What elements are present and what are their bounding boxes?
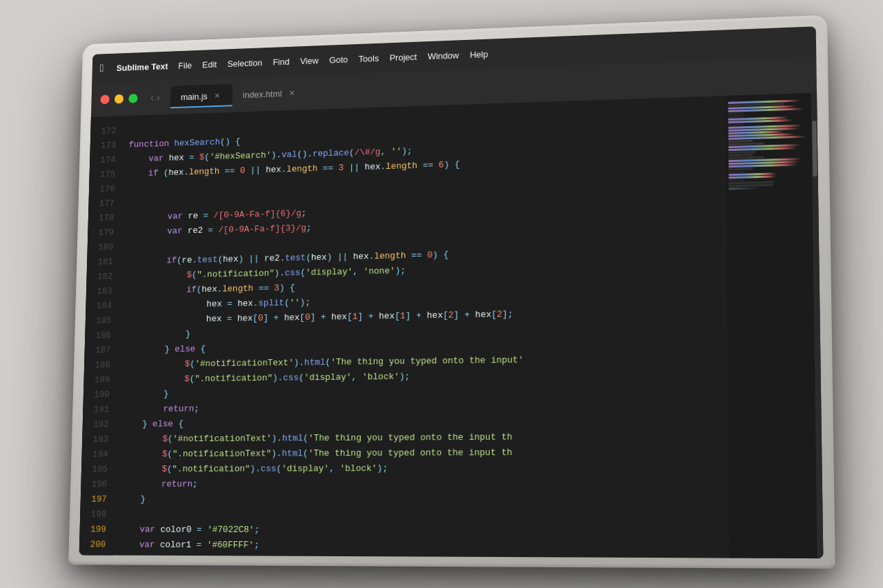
menu-goto[interactable]: Goto [329, 54, 348, 64]
menu-find[interactable]: Find [272, 56, 289, 66]
line-num-189: 189 [95, 372, 110, 387]
line-num-174: 174 [100, 152, 115, 168]
line-num-175: 175 [100, 167, 115, 182]
screen:  Sublime Text File Edit Selection Find … [79, 26, 824, 558]
code-line-197: } [119, 491, 728, 507]
menu-project[interactable]: Project [390, 51, 417, 62]
close-button[interactable] [100, 94, 109, 104]
line-num-193: 193 [93, 432, 109, 447]
menu-view[interactable]: View [300, 55, 319, 65]
menu-edit[interactable]: Edit [202, 59, 217, 69]
menu-app-name[interactable]: Sublime Text [117, 61, 168, 72]
code-line-200: var color1 = '#60FFFF'; [119, 537, 729, 555]
tab-close-main-js[interactable]: ✕ [212, 90, 222, 100]
line-num-182: 182 [97, 269, 113, 284]
line-num-183: 183 [97, 284, 112, 299]
back-arrow[interactable]: ‹ [150, 92, 154, 103]
tab-index-html[interactable]: index.html ✕ [232, 81, 307, 105]
apple-icon[interactable]:  [100, 62, 104, 74]
forward-arrow[interactable]: › [157, 91, 160, 103]
menu-window[interactable]: Window [428, 50, 459, 61]
tab-main-js[interactable]: main.js ✕ [170, 83, 233, 108]
line-num-181: 181 [97, 254, 112, 270]
editor: 172 173 174 175 176 177 178 179 180 181 … [79, 92, 824, 558]
line-num-197: 197 [91, 491, 107, 507]
line-num-198: 198 [91, 507, 107, 522]
line-num-180: 180 [98, 240, 113, 255]
tab-label-index-html: index.html [243, 88, 282, 99]
line-num-186: 186 [96, 328, 112, 343]
line-num-185: 185 [96, 313, 112, 328]
line-num-187: 187 [95, 343, 111, 358]
code-line-195: $(".notification").css('display', 'block… [121, 460, 728, 477]
scrollbar-thumb[interactable] [812, 120, 817, 176]
line-num-172: 172 [101, 123, 116, 139]
tab-close-index-html[interactable]: ✕ [287, 88, 297, 97]
laptop-body:  Sublime Text File Edit Selection Find … [68, 14, 835, 568]
line-num-191: 191 [94, 402, 110, 417]
nav-arrows: ‹ › [150, 91, 160, 103]
line-num-173: 173 [101, 138, 116, 153]
code-line-194: $(".notificationText").html('The thing y… [121, 444, 728, 462]
menu-tools[interactable]: Tools [359, 52, 379, 63]
line-num-192: 192 [93, 417, 109, 432]
maximize-button[interactable] [128, 94, 137, 103]
line-num-199: 199 [90, 522, 106, 537]
traffic-lights [100, 94, 137, 104]
code-area[interactable]: function hexSearch() { var hex = $('#hex… [113, 95, 729, 557]
menu-help[interactable]: Help [470, 48, 488, 59]
line-num-190: 190 [94, 387, 110, 403]
line-num-179: 179 [99, 225, 114, 241]
line-num-201: 201 [90, 552, 106, 558]
tabs-container: main.js ✕ index.html ✕ [170, 81, 308, 108]
line-num-178: 178 [99, 210, 114, 225]
code-line-198 [119, 507, 728, 523]
line-num-184: 184 [97, 298, 112, 314]
line-num-195: 195 [92, 462, 108, 477]
minimize-button[interactable] [115, 94, 123, 103]
line-num-194: 194 [92, 447, 108, 462]
tab-label-main-js: main.js [181, 90, 208, 101]
menu-selection[interactable]: Selection [227, 57, 262, 68]
menu-file[interactable]: File [178, 60, 192, 70]
line-num-176: 176 [99, 181, 115, 196]
code-line-196: return; [120, 476, 728, 492]
line-num-200: 200 [90, 537, 106, 552]
line-num-188: 188 [95, 358, 110, 373]
line-num-196: 196 [92, 477, 108, 492]
minimap [725, 92, 817, 558]
code-line-199: var color0 = '#7022C8'; [119, 522, 728, 539]
line-num-177: 177 [99, 196, 115, 211]
